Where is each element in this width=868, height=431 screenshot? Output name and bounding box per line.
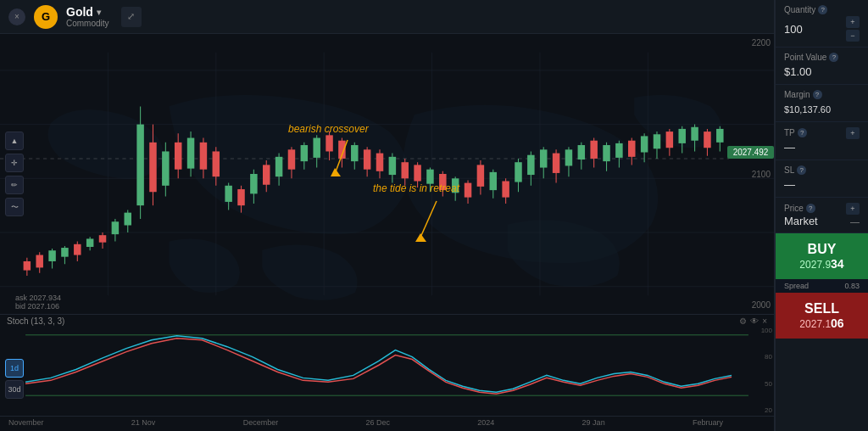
svg-rect-89 bbox=[502, 181, 509, 197]
stoch-panel: Stoch (13, 3, 3) ⚙ 👁 × 100 80 50 20 bbox=[0, 314, 774, 416]
svg-rect-35 bbox=[162, 151, 169, 185]
svg-rect-17 bbox=[48, 250, 55, 261]
svg-rect-55 bbox=[288, 149, 295, 169]
buy-price: 2027.934 bbox=[784, 257, 860, 271]
left-toolbar: ▲ ✛ ✏ 〜 bbox=[5, 132, 24, 216]
top-bar: × G Gold ▾ Commodity ⤢ bbox=[0, 0, 774, 34]
stoch-eye-icon[interactable]: 👁 bbox=[750, 316, 759, 326]
toolbar-draw[interactable]: ✏ bbox=[5, 176, 24, 194]
svg-rect-77 bbox=[426, 170, 433, 184]
svg-rect-43 bbox=[213, 151, 220, 176]
svg-rect-33 bbox=[149, 143, 156, 192]
toolbar-wave[interactable]: 〜 bbox=[5, 198, 24, 216]
asset-info: Gold ▾ Commodity bbox=[66, 5, 109, 28]
point-value-value: $1.00 bbox=[784, 65, 812, 78]
svg-rect-65 bbox=[351, 145, 358, 161]
quantity-info-icon[interactable]: ? bbox=[818, 5, 827, 14]
x-label-2024: 2024 bbox=[477, 418, 494, 429]
tp-info-icon[interactable]: ? bbox=[798, 128, 807, 137]
svg-rect-13 bbox=[24, 261, 31, 271]
stoch-close-icon[interactable]: × bbox=[762, 316, 767, 326]
price-info-icon[interactable]: ? bbox=[806, 204, 815, 213]
svg-rect-71 bbox=[389, 157, 396, 175]
tp-plus-button[interactable]: + bbox=[846, 127, 860, 139]
svg-rect-47 bbox=[237, 189, 244, 205]
main-chart: 2027.492 2200 2100 2000 ask 2027.934 bid… bbox=[0, 34, 774, 314]
spread-value: 0.83 bbox=[844, 282, 860, 290]
sl-info-icon[interactable]: ? bbox=[797, 165, 806, 175]
x-label-november: November bbox=[8, 418, 44, 429]
svg-rect-15 bbox=[36, 255, 42, 268]
quantity-plus-button[interactable]: + bbox=[846, 16, 860, 28]
svg-rect-75 bbox=[414, 165, 420, 181]
asset-name[interactable]: Gold ▾ bbox=[66, 5, 109, 19]
expand-button[interactable]: ⤢ bbox=[121, 7, 142, 27]
point-value-label: Point Value ? bbox=[784, 53, 860, 62]
svg-rect-23 bbox=[86, 238, 93, 247]
x-label-21nov: 21 Nov bbox=[131, 418, 156, 429]
svg-rect-87 bbox=[490, 172, 497, 190]
svg-rect-121 bbox=[704, 132, 710, 148]
svg-rect-79 bbox=[439, 174, 446, 190]
toolbar-pointer[interactable]: ▲ bbox=[5, 132, 24, 150]
close-button[interactable]: × bbox=[8, 8, 25, 25]
svg-rect-107 bbox=[615, 143, 622, 158]
price-label-field: Price ? bbox=[784, 204, 815, 213]
svg-rect-49 bbox=[250, 174, 257, 193]
buy-button[interactable]: BUY 2027.934 bbox=[776, 233, 868, 279]
ask-label: ask 2027.934 bbox=[15, 294, 61, 302]
sell-price: 2027.106 bbox=[784, 316, 860, 330]
svg-rect-57 bbox=[301, 145, 308, 161]
x-label-february: February bbox=[693, 418, 723, 429]
svg-rect-59 bbox=[313, 138, 320, 158]
svg-rect-81 bbox=[452, 178, 459, 193]
tf-30d-button[interactable]: 30d bbox=[5, 380, 24, 399]
stoch-title: Stoch (13, 3, 3) bbox=[7, 316, 64, 326]
quantity-minus-button[interactable]: − bbox=[846, 30, 860, 42]
spread-label: Spread bbox=[784, 282, 809, 290]
price-plus-button[interactable]: + bbox=[846, 203, 860, 215]
svg-rect-95 bbox=[540, 149, 547, 167]
x-label-29jan: 29 Jan bbox=[582, 418, 605, 429]
price-label: 2027.492 bbox=[727, 146, 774, 159]
sl-group: SL ? — bbox=[776, 160, 868, 198]
price-value: Market bbox=[784, 215, 818, 227]
svg-rect-69 bbox=[376, 154, 383, 171]
quantity-controls: + − bbox=[846, 16, 860, 42]
bid-label: bid 2027.106 bbox=[15, 302, 61, 311]
candlestick-chart bbox=[0, 34, 774, 314]
margin-label: Margin ? bbox=[784, 90, 860, 99]
svg-rect-111 bbox=[641, 136, 648, 152]
quantity-group: Quantity ? 100 + − bbox=[776, 0, 868, 48]
svg-rect-39 bbox=[187, 138, 194, 169]
svg-rect-91 bbox=[515, 162, 521, 182]
sl-value: — bbox=[784, 178, 795, 191]
point-value-info-icon[interactable]: ? bbox=[829, 53, 838, 62]
x-axis: November 21 Nov December 26 Dec 2024 29 … bbox=[0, 416, 774, 431]
svg-rect-53 bbox=[275, 157, 282, 176]
margin-info-icon[interactable]: ? bbox=[813, 90, 822, 99]
svg-rect-29 bbox=[125, 213, 131, 226]
svg-rect-45 bbox=[225, 186, 231, 202]
point-value-group: Point Value ? $1.00 bbox=[776, 48, 868, 85]
sl-label: SL ? bbox=[784, 165, 860, 175]
svg-rect-93 bbox=[527, 155, 534, 175]
stoch-chart bbox=[0, 315, 774, 416]
svg-rect-103 bbox=[590, 141, 597, 159]
price-minus: — bbox=[850, 216, 860, 227]
svg-rect-25 bbox=[99, 235, 106, 242]
stoch-y-axis: 100 80 50 20 bbox=[750, 315, 774, 416]
svg-rect-117 bbox=[678, 129, 685, 143]
chart-area: × G Gold ▾ Commodity ⤢ bbox=[0, 0, 775, 431]
sell-button[interactable]: SELL 2027.106 bbox=[776, 293, 868, 339]
tf-1d-button[interactable]: 1d bbox=[5, 359, 24, 378]
right-panel: Quantity ? 100 + − Point Value ? $1.00 M… bbox=[775, 0, 868, 431]
svg-rect-119 bbox=[691, 127, 698, 141]
toolbar-crosshair[interactable]: ✛ bbox=[5, 154, 24, 172]
tp-label: TP ? bbox=[784, 128, 807, 137]
svg-rect-63 bbox=[338, 141, 345, 159]
dropdown-arrow-icon[interactable]: ▾ bbox=[97, 8, 101, 17]
stoch-settings-icon[interactable]: ⚙ bbox=[739, 316, 747, 326]
svg-rect-73 bbox=[401, 162, 408, 178]
tp-value: — bbox=[784, 141, 795, 154]
